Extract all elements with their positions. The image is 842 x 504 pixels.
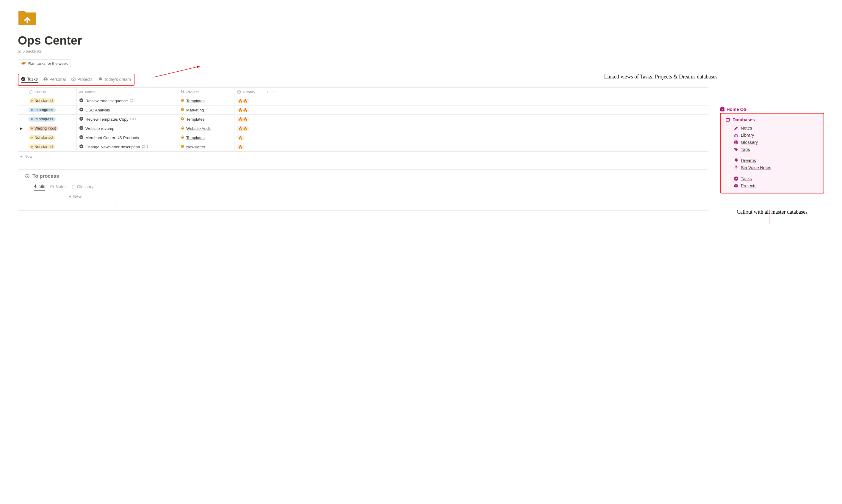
cell-priority[interactable]: 🔥🔥 (235, 106, 264, 114)
cell-name-text: Change Newsletter description (85, 145, 140, 149)
process-new-button[interactable]: + New (34, 191, 117, 202)
callout-title: Databases (733, 117, 755, 122)
callout-item-label: Glossary (741, 140, 758, 145)
new-row-button[interactable]: + New (18, 152, 708, 161)
new-row-label: New (24, 154, 32, 159)
priority-value: 🔥 (237, 136, 244, 140)
table-row[interactable]: In progress Review Templates Copy1 Templ… (18, 115, 708, 124)
project-box-icon (180, 126, 185, 131)
cell-name[interactable]: Merchant Center US Products (77, 133, 178, 142)
callout-item[interactable]: Tasks (734, 175, 819, 182)
cell-project[interactable]: Templates (178, 115, 235, 124)
cell-priority[interactable]: 🔥🔥 (235, 115, 264, 124)
callout-item[interactable]: Dreams (734, 157, 819, 164)
table-row[interactable]: In progress GSC Analysis Marketing 🔥🔥 (18, 106, 708, 115)
table-row[interactable]: Not started Review email sequence1 Templ… (18, 96, 708, 106)
cell-name-text: Review email sequence (85, 98, 128, 103)
expand-toggle[interactable]: ▶ (20, 127, 23, 130)
project-box-icon (180, 108, 185, 113)
cell-priority[interactable]: 🔥 (235, 142, 264, 151)
tag-icon (734, 147, 738, 152)
cell-name[interactable]: Website revamp (77, 124, 178, 133)
cell-name[interactable]: Review Templates Copy1 (77, 115, 178, 124)
status-pill: Not started (29, 98, 55, 103)
tab-projects[interactable]: Projects (71, 76, 92, 82)
plus-icon: + (20, 154, 23, 159)
project-box-icon (180, 98, 185, 103)
tasks-table: Status Aa Name Project Priority + ⋯ (18, 87, 708, 152)
priority-value: 🔥🔥 (237, 108, 249, 112)
cell-status[interactable]: In progress (26, 115, 77, 124)
cell-status[interactable]: Not started (26, 133, 77, 142)
plus-icon: + (69, 194, 71, 199)
cell-project[interactable]: Marketing (178, 106, 235, 114)
cell-project[interactable]: Templates (178, 133, 235, 142)
cell-status[interactable]: In progress (26, 106, 77, 114)
cell-priority[interactable]: 🔥 (235, 133, 264, 142)
callout-item[interactable]: Siri Voice Notes (734, 164, 819, 171)
table-row[interactable]: Not started Merchant Center US Products … (18, 133, 708, 142)
cell-name[interactable]: GSC Analysis (77, 106, 178, 114)
table-row[interactable]: ▶ Waiting input Website revamp Website A… (18, 124, 708, 133)
cell-name[interactable]: Review email sequence1 (77, 96, 178, 105)
plan-tasks-button[interactable]: Plan tasks for the week (18, 59, 71, 67)
svg-rect-16 (35, 184, 36, 187)
th-status[interactable]: Status (26, 88, 77, 96)
plan-button-label: Plan tasks for the week (28, 61, 68, 66)
cell-status[interactable]: Waiting input (26, 124, 77, 133)
process-tab-glossary[interactable]: Glossary (71, 183, 93, 191)
comments-badge[interactable]: 1 (130, 98, 136, 103)
task-check-icon (79, 107, 84, 113)
target-icon (50, 184, 54, 189)
comments-badge[interactable]: 1 (142, 145, 149, 149)
add-column-button[interactable]: + (267, 90, 269, 94)
project-box-icon (180, 135, 185, 140)
process-tab-siri[interactable]: Siri (34, 183, 45, 191)
backlinks-link[interactable]: 5 backlinks (18, 49, 824, 54)
home-os-link[interactable]: Home OS (720, 107, 824, 112)
tab-tasks[interactable]: Tasks (21, 76, 38, 83)
table-row[interactable]: Not started Change Newsletter descriptio… (18, 142, 708, 151)
task-check-icon (79, 98, 84, 103)
select-icon (237, 90, 241, 94)
row-toggle-cell (18, 133, 26, 142)
process-tab-notes[interactable]: Notes (50, 183, 67, 191)
th-project[interactable]: Project (178, 88, 235, 96)
priority-value: 🔥🔥 (237, 117, 249, 122)
database-icon (725, 118, 730, 122)
row-toggle-cell (18, 115, 26, 124)
callout-item[interactable]: Notes (734, 125, 819, 132)
book-icon (71, 184, 75, 189)
tab-todays-dream[interactable]: Today's dream (98, 76, 131, 82)
cell-project[interactable]: Newsletter (178, 142, 235, 151)
column-menu-button[interactable]: ⋯ (271, 89, 275, 94)
svg-point-22 (726, 118, 729, 119)
annotation-arrow-bottom (766, 214, 772, 224)
callout-item[interactable]: Glossary (734, 139, 819, 146)
row-toggle-cell (18, 96, 26, 105)
cell-status[interactable]: Not started (26, 96, 77, 105)
callout-item[interactable]: Projects (734, 182, 819, 189)
view-tabs: Tasks Personal Projects Today's dream (19, 75, 133, 84)
tabs-annotation-box: Tasks Personal Projects Today's dream (18, 74, 135, 86)
status-pill: In progress (29, 117, 56, 122)
tab-label: Personal (49, 77, 66, 82)
cell-name[interactable]: Change Newsletter description1 (77, 142, 178, 151)
cell-project[interactable]: Templates (178, 96, 235, 105)
th-name[interactable]: Aa Name (77, 88, 178, 96)
cell-project[interactable]: Website Audit (178, 124, 235, 133)
text-icon: Aa (79, 90, 83, 94)
callout-item[interactable]: Tags (734, 146, 819, 153)
priority-value: 🔥🔥 (237, 126, 249, 131)
callout-item-label: Siri Voice Notes (741, 165, 771, 170)
callout-item[interactable]: Library (734, 132, 819, 139)
comments-badge[interactable]: 1 (130, 117, 137, 121)
th-priority[interactable]: Priority (235, 88, 264, 96)
row-toggle-cell (18, 142, 26, 151)
tab-personal[interactable]: Personal (43, 76, 66, 82)
cell-status[interactable]: Not started (26, 142, 77, 151)
cell-priority[interactable]: 🔥🔥 (235, 96, 264, 105)
project-box-icon (180, 144, 185, 149)
page-icon (18, 9, 37, 25)
cell-priority[interactable]: 🔥🔥 (235, 124, 264, 133)
